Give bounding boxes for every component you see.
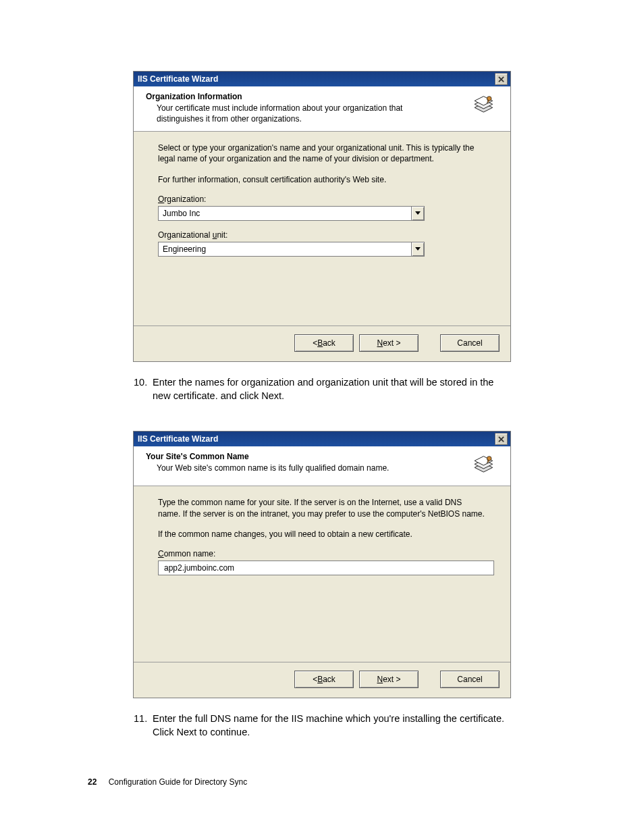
svg-marker-4 xyxy=(415,211,421,215)
spacer xyxy=(0,402,644,431)
organizational-unit-input[interactable] xyxy=(159,242,411,256)
common-name-label: Common name: xyxy=(158,549,486,558)
organizational-unit-label: Organizational unit: xyxy=(158,230,486,240)
certificate-stack-icon xyxy=(471,452,498,479)
wizard-header: Organization Information Your certificat… xyxy=(134,86,510,132)
back-button[interactable]: < Back xyxy=(294,334,354,352)
wizard-dialog-common-name: IIS Certificate Wizard Your Site's Commo… xyxy=(133,431,511,698)
titlebar: IIS Certificate Wizard xyxy=(134,72,510,86)
organization-input[interactable] xyxy=(159,207,411,220)
cancel-button[interactable]: Cancel xyxy=(440,334,500,352)
chevron-down-icon xyxy=(415,211,421,215)
wizard-footer: < Back Next > Cancel xyxy=(134,325,510,361)
instruction-text-1: Select or type your organization's name … xyxy=(158,142,486,164)
spacer xyxy=(424,671,435,688)
close-button[interactable] xyxy=(495,433,508,445)
step-11: 11. Enter the full DNS name for the IIS … xyxy=(134,712,510,739)
window-title: IIS Certificate Wizard xyxy=(138,434,218,444)
spacer xyxy=(158,575,486,656)
step-number: 11. xyxy=(134,712,153,739)
close-button[interactable] xyxy=(495,73,508,85)
next-button[interactable]: Next > xyxy=(359,671,419,688)
organization-combobox[interactable] xyxy=(158,206,425,221)
svg-point-9 xyxy=(487,457,491,461)
common-name-textbox[interactable] xyxy=(158,561,494,575)
close-icon xyxy=(498,436,504,442)
back-button[interactable]: < Back xyxy=(294,671,354,688)
organizational-unit-combobox[interactable] xyxy=(158,242,425,257)
wizard-dialog-org-info: IIS Certificate Wizard Organization Info… xyxy=(133,71,511,362)
wizard-body: Type the common name for your site. If t… xyxy=(134,486,510,662)
chevron-down-icon xyxy=(415,247,421,251)
wizard-header: Your Site's Common Name Your Web site's … xyxy=(134,446,510,486)
step-number: 10. xyxy=(134,375,153,403)
dropdown-button[interactable] xyxy=(411,242,424,256)
wizard-header-text: Organization Information Your certificat… xyxy=(146,92,467,124)
wizard-header-text: Your Site's Common Name Your Web site's … xyxy=(146,452,467,474)
page-number: 22 xyxy=(88,777,97,787)
wizard-step-title: Your Site's Common Name xyxy=(146,452,467,461)
cancel-button[interactable]: Cancel xyxy=(440,671,500,688)
step-text: Enter the full DNS name for the IIS mach… xyxy=(153,712,510,739)
close-icon xyxy=(498,76,504,82)
svg-point-3 xyxy=(487,97,491,101)
instruction-text-1: Type the common name for your site. If t… xyxy=(158,497,486,519)
instruction-text-2: For further information, consult certifi… xyxy=(158,174,486,185)
step-text: Enter the names for organization and org… xyxy=(153,375,510,403)
document-page: IIS Certificate Wizard Organization Info… xyxy=(0,0,644,834)
wizard-step-subtitle: Your certificate must include informatio… xyxy=(157,103,447,124)
certificate-stack-icon xyxy=(471,92,498,119)
spacer xyxy=(158,266,486,320)
svg-marker-5 xyxy=(415,247,421,251)
page-footer: 22 Configuration Guide for Directory Syn… xyxy=(88,777,247,787)
wizard-step-title: Organization Information xyxy=(146,92,467,101)
organization-label: Organization: xyxy=(158,194,486,204)
wizard-footer: < Back Next > Cancel xyxy=(134,662,510,698)
wizard-step-subtitle: Your Web site's common name is its fully… xyxy=(157,463,447,474)
common-name-input[interactable] xyxy=(163,563,489,573)
instruction-text-2: If the common name changes, you will nee… xyxy=(158,529,486,540)
next-button[interactable]: Next > xyxy=(359,334,419,352)
dropdown-button[interactable] xyxy=(411,207,424,220)
spacer xyxy=(424,334,435,352)
wizard-body: Select or type your organization's name … xyxy=(134,132,510,325)
titlebar: IIS Certificate Wizard xyxy=(134,432,510,446)
step-10: 10. Enter the names for organization and… xyxy=(134,375,510,403)
window-title: IIS Certificate Wizard xyxy=(138,74,218,84)
doc-title: Configuration Guide for Directory Sync xyxy=(109,777,247,787)
